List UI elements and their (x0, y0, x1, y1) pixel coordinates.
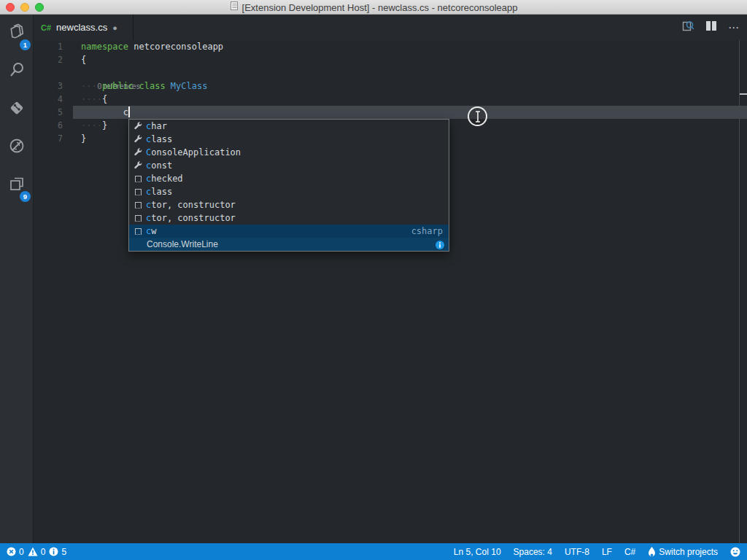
suggest-item-selected[interactable]: cw csharp (129, 225, 449, 238)
info-icon[interactable] (436, 240, 444, 249)
wrench-icon (132, 133, 144, 145)
code-editor[interactable]: 1 namespace netcoreconsoleapp 2 { 0 refe… (34, 40, 747, 543)
overview-ruler-cursor-marker (740, 93, 747, 95)
split-editor-icon[interactable] (705, 20, 717, 34)
code-line[interactable]: 1 namespace netcoreconsoleapp (34, 40, 747, 53)
suggest-detail: Console.WriteLine (129, 238, 449, 251)
status-bar: 0 0 5 Ln 5, Col 10 Spaces: 4 UTF-8 LF C#… (0, 543, 747, 560)
ibeam-cursor-icon (474, 111, 481, 122)
sidebar-item-source-control[interactable] (0, 90, 33, 128)
explorer-badge: 1 (20, 39, 31, 50)
sidebar-item-debug[interactable] (0, 128, 33, 166)
wrench-icon (132, 160, 144, 171)
csharp-file-icon: C# (41, 23, 51, 32)
line-number: 4 (34, 93, 63, 106)
suggest-item[interactable]: char (129, 120, 449, 133)
line-number: 3 (34, 79, 63, 93)
line-number: 7 (34, 132, 63, 145)
open-preview-icon[interactable] (682, 20, 694, 35)
tab-label: newclass.cs (56, 22, 107, 33)
errors-indicator[interactable]: 0 (7, 547, 24, 557)
suggest-widget: char class ConsoleApplication const chec… (128, 119, 449, 252)
editor-tab-bar: C# newclass.cs ● ⋯ (34, 15, 747, 40)
whitespace-dots: ···· (81, 120, 102, 131)
whitespace-dots: ···· (81, 94, 102, 104)
error-icon (7, 547, 16, 556)
whitespace-dots: ········ (81, 107, 123, 117)
line-number: 2 (34, 53, 63, 66)
suggest-item[interactable]: ctor, constructor (129, 211, 449, 225)
indentation[interactable]: Spaces: 4 (514, 547, 552, 557)
code-token: { (102, 94, 107, 104)
code-line[interactable]: 4 ····{ (34, 93, 747, 106)
switch-projects[interactable]: Switch projects (648, 547, 718, 557)
snippet-icon (132, 199, 144, 211)
code-line[interactable]: 2 { (34, 53, 747, 66)
snippet-icon (132, 186, 144, 198)
code-token: MyClass (166, 81, 208, 91)
code-token: } (81, 133, 86, 144)
git-icon (7, 98, 27, 121)
suggest-item[interactable]: class (129, 133, 449, 146)
code-line[interactable]: 3 ····public class MyClass (34, 79, 747, 93)
sidebar-item-explorer[interactable]: 1 (0, 15, 33, 52)
line-number: 5 (34, 106, 63, 119)
code-token: { (81, 55, 86, 65)
code-token: c (123, 107, 128, 117)
mouse-cursor-highlight (468, 106, 487, 126)
window-title: [Extension Development Host] - newclass.… (242, 2, 518, 13)
code-token: public class (102, 81, 166, 91)
snippet-icon (132, 173, 144, 184)
sidebar-item-extensions[interactable]: 9 (0, 166, 33, 204)
suggest-item[interactable]: const (129, 159, 449, 172)
wrench-icon (132, 120, 144, 132)
sidebar-item-search[interactable] (0, 52, 33, 90)
line-number: 6 (34, 119, 63, 132)
snippet-icon (132, 225, 144, 237)
activity-bar: 1 (0, 15, 34, 543)
suggest-item[interactable]: ConsoleApplication (129, 146, 449, 159)
modified-dot-icon[interactable]: ● (112, 23, 117, 32)
cursor-position[interactable]: Ln 5, Col 10 (454, 547, 501, 557)
search-icon (7, 60, 27, 83)
whitespace-dots: ···· (81, 81, 102, 91)
tab-newclass-cs[interactable]: C# newclass.cs ● (34, 15, 133, 40)
language-mode[interactable]: C# (624, 547, 635, 557)
feedback-smiley-icon[interactable] (730, 547, 740, 557)
code-token: netcoreconsoleapp (128, 42, 223, 52)
wrench-icon (132, 147, 144, 158)
no-bug-icon (7, 136, 27, 159)
snippet-icon (132, 212, 144, 224)
eol-sequence[interactable]: LF (602, 547, 612, 557)
titlebar: [Extension Development Host] - newclass.… (0, 0, 747, 15)
infos-indicator[interactable]: 5 (49, 547, 66, 557)
more-actions-icon[interactable]: ⋯ (728, 24, 740, 31)
warnings-indicator[interactable]: 0 (28, 547, 46, 557)
code-line-current[interactable]: 5 ········c (34, 106, 747, 119)
code-lens[interactable]: 0 references (34, 66, 747, 79)
code-token: namespace (81, 42, 128, 52)
extensions-badge: 9 (20, 191, 31, 202)
info-icon (49, 547, 58, 556)
suggest-item[interactable]: checked (129, 172, 449, 185)
flame-icon (648, 547, 656, 557)
document-proxy-icon (230, 1, 239, 14)
warning-icon (28, 547, 38, 556)
encoding[interactable]: UTF-8 (565, 547, 589, 557)
suggest-item[interactable]: class (129, 185, 449, 198)
text-cursor (128, 106, 130, 117)
code-token: } (102, 120, 107, 131)
line-number: 1 (34, 40, 63, 53)
suggest-item[interactable]: ctor, constructor (129, 198, 449, 211)
suggest-item-language: csharp (411, 226, 443, 236)
